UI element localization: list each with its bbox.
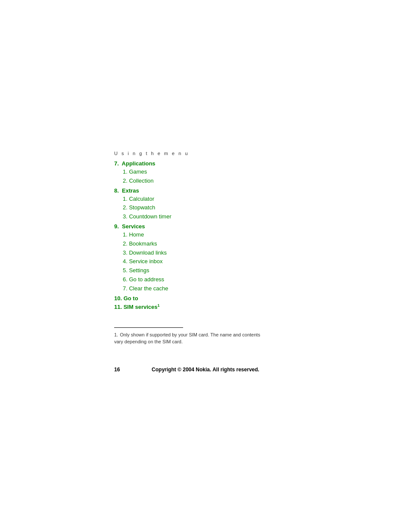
section-10-title: Go to [124, 295, 138, 302]
footnote-content: Only shown if supported by your SIM card… [114, 332, 260, 345]
section-services: 9. Services 1. Home 2. Bookmarks 3. Down… [114, 223, 299, 293]
footnote: 1.Only shown if supported by your SIM ca… [114, 331, 261, 345]
section-7-number: 7. [114, 160, 119, 167]
list-item: 1. Calculator [123, 195, 299, 204]
section-9-items: 1. Home 2. Bookmarks 3. Download links 4… [114, 230, 299, 293]
section-10-number: 10. [114, 295, 122, 302]
section-9-number: 9. [114, 223, 119, 230]
section-goto: 10. Go to [114, 295, 299, 302]
section-8-title: Extras [122, 187, 139, 194]
page-content: U s i n g t h e m e n u 7. Applications … [114, 151, 299, 345]
section-11-header: 11. SIM services1 [114, 303, 299, 310]
section-9-title: Services [122, 223, 145, 230]
section-7-title: Applications [122, 160, 156, 167]
list-item: 1. Home [123, 230, 299, 240]
section-8-header: 8. Extras [114, 187, 299, 194]
footnote-number: 1. [114, 332, 118, 337]
section-8-items: 1. Calculator 2. Stopwatch 3. Countdown … [114, 195, 299, 221]
footnote-divider [114, 327, 183, 328]
list-item: 5. Settings [123, 266, 299, 275]
list-item: 1. Games [123, 168, 299, 177]
section-sim-services: 11. SIM services1 [114, 303, 299, 310]
menu-section-label: U s i n g t h e m e n u [114, 151, 299, 156]
section-9-header: 9. Services [114, 223, 299, 230]
section-8-number: 8. [114, 187, 119, 194]
list-item: 3. Countdown timer [123, 212, 299, 221]
list-item: 2. Collection [123, 177, 299, 186]
copyright-footer: Copyright © 2004 Nokia. All rights reser… [0, 366, 411, 373]
section-extras: 8. Extras 1. Calculator 2. Stopwatch 3. … [114, 187, 299, 221]
superscript-1: 1 [157, 303, 159, 308]
list-item: 2. Bookmarks [123, 240, 299, 249]
list-item: 2. Stopwatch [123, 203, 299, 212]
section-7-header: 7. Applications [114, 160, 299, 167]
list-item: 6. Go to address [123, 275, 299, 284]
list-item: 4. Service inbox [123, 257, 299, 266]
list-item: 7. Clear the cache [123, 284, 299, 293]
section-10-header: 10. Go to [114, 295, 299, 302]
copyright-text: Copyright © 2004 Nokia. All rights reser… [152, 367, 259, 373]
section-applications: 7. Applications 1. Games 2. Collection [114, 160, 299, 186]
section-11-number: 11. [114, 304, 122, 310]
section-11-title: SIM services [124, 304, 158, 310]
list-item: 3. Download links [123, 249, 299, 258]
section-7-items: 1. Games 2. Collection [114, 168, 299, 186]
